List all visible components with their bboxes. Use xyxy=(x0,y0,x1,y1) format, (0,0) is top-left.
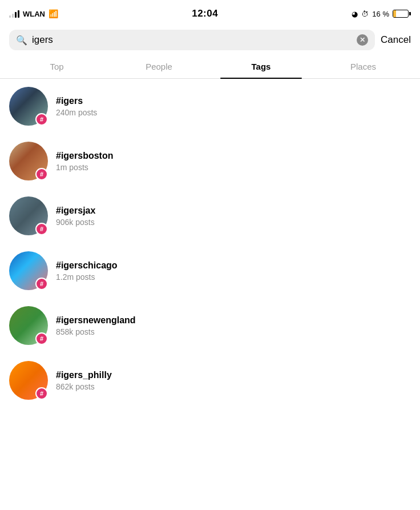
tabs-bar: Top People Tags Places xyxy=(0,55,420,79)
search-input[interactable] xyxy=(32,34,352,46)
avatar-wrapper: # xyxy=(9,361,48,400)
tag-name: #igersboston xyxy=(56,151,411,161)
hashtag-badge: # xyxy=(35,168,48,180)
tag-posts: 862k posts xyxy=(56,382,411,391)
lock-icon: ◕ xyxy=(352,10,358,18)
tag-name: #igers_philly xyxy=(56,370,411,380)
clear-button[interactable]: ✕ xyxy=(357,34,368,46)
tag-posts: 1m posts xyxy=(56,163,411,172)
hashtag-badge: # xyxy=(35,332,48,345)
hashtag-badge: # xyxy=(35,278,48,290)
tag-info: #igers 240m posts xyxy=(56,96,411,117)
tab-places[interactable]: Places xyxy=(312,55,414,78)
status-bar: WLAN 📶 12:04 ◕ ⏱ 16 % xyxy=(0,0,420,25)
tag-posts: 906k posts xyxy=(56,218,411,227)
status-left: WLAN 📶 xyxy=(9,9,58,18)
avatar-wrapper: # xyxy=(9,306,48,345)
tag-name: #igersjax xyxy=(56,206,411,216)
avatar-wrapper: # xyxy=(9,142,48,180)
avatar-wrapper: # xyxy=(9,196,48,235)
search-bar: 🔍 ✕ Cancel xyxy=(0,25,420,55)
tag-item[interactable]: # #igers 240m posts xyxy=(0,79,420,134)
battery-percent: 16 % xyxy=(372,10,389,18)
tab-top[interactable]: Top xyxy=(6,55,108,78)
tag-posts: 240m posts xyxy=(56,108,411,117)
tag-posts: 858k posts xyxy=(56,327,411,336)
battery-icon xyxy=(393,10,411,18)
status-right: ◕ ⏱ 16 % xyxy=(352,10,411,18)
hashtag-badge: # xyxy=(35,387,48,400)
tag-info: #igersjax 906k posts xyxy=(56,206,411,227)
clear-icon: ✕ xyxy=(360,36,365,44)
tab-tags[interactable]: Tags xyxy=(210,55,312,78)
tag-item[interactable]: # #igersboston 1m posts xyxy=(0,134,420,188)
tag-item[interactable]: # #igersjax 906k posts xyxy=(0,188,420,243)
hashtag-badge: # xyxy=(35,223,48,235)
signal-bars-icon xyxy=(9,10,19,18)
tag-item[interactable]: # #igers_philly 862k posts xyxy=(0,353,420,408)
tag-info: #igerschicago 1.2m posts xyxy=(56,260,411,282)
hashtag-badge: # xyxy=(35,113,48,126)
time-display: 12:04 xyxy=(192,8,218,19)
wifi-icon: 📶 xyxy=(49,9,58,18)
carrier-label: WLAN xyxy=(23,10,45,18)
tag-info: #igersnewengland 858k posts xyxy=(56,315,411,336)
tab-people[interactable]: People xyxy=(108,55,210,78)
avatar-wrapper: # xyxy=(9,251,48,290)
alarm-icon: ⏱ xyxy=(361,10,369,18)
tag-info: #igers_philly 862k posts xyxy=(56,370,411,391)
tag-name: #igers xyxy=(56,96,411,106)
tag-posts: 1.2m posts xyxy=(56,272,411,282)
search-icon: 🔍 xyxy=(16,35,27,46)
tag-list: # #igers 240m posts # #igersboston 1m po… xyxy=(0,79,420,408)
tag-name: #igerschicago xyxy=(56,260,411,271)
tag-item[interactable]: # #igerschicago 1.2m posts xyxy=(0,243,420,298)
tag-info: #igersboston 1m posts xyxy=(56,151,411,172)
tag-item[interactable]: # #igersnewengland 858k posts xyxy=(0,298,420,353)
search-input-wrapper[interactable]: 🔍 ✕ xyxy=(9,30,375,50)
avatar-wrapper: # xyxy=(9,87,48,126)
cancel-button[interactable]: Cancel xyxy=(381,34,411,46)
tag-name: #igersnewengland xyxy=(56,315,411,326)
